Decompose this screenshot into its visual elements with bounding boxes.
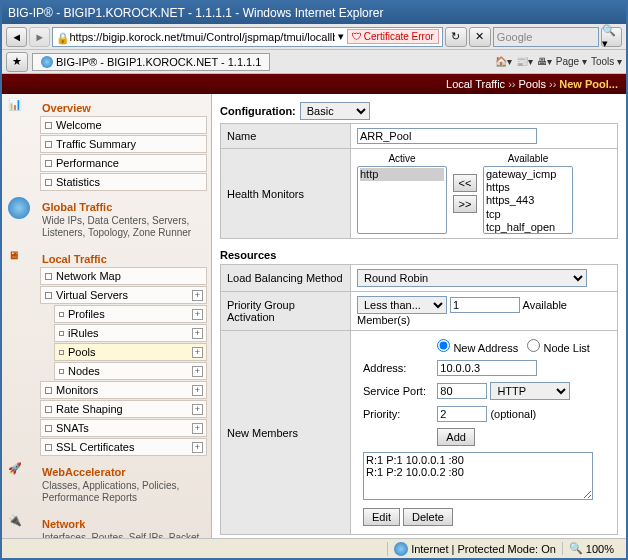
browser-statusbar: Internet | Protected Mode: On 🔍 100% (2, 538, 626, 558)
window-title: BIG-IP® - BIGIP1.KOROCK.NET - 1.1.1.1 - … (8, 6, 383, 20)
panel-header-network[interactable]: 🔌 Network (4, 514, 207, 532)
zoom-control[interactable]: 🔍 100% (562, 542, 620, 555)
active-header: Active (357, 153, 447, 164)
expand-icon[interactable]: + (192, 385, 203, 396)
favorites-button[interactable]: ★ (6, 52, 28, 72)
lb-method-label: Load Balancing Method (221, 265, 351, 292)
tools-menu[interactable]: Tools ▾ (591, 56, 622, 67)
panel-header-global[interactable]: Global Traffic (4, 197, 207, 215)
edit-button[interactable]: Edit (363, 508, 400, 526)
window-titlebar: BIG-IP® - BIGIP1.KOROCK.NET - 1.1.1.1 - … (2, 2, 626, 24)
expand-icon[interactable]: + (192, 347, 203, 358)
expand-icon[interactable]: + (192, 309, 203, 320)
active-monitors-list[interactable]: http (357, 166, 447, 234)
panel-header-local[interactable]: 🖥 Local Traffic (4, 249, 207, 267)
search-go-button[interactable]: 🔍▾ (601, 27, 622, 47)
lb-method-select[interactable]: Round Robin (357, 269, 587, 287)
add-button[interactable]: Add (437, 428, 475, 446)
delete-button[interactable]: Delete (403, 508, 453, 526)
sidebar-item-welcome[interactable]: Welcome (40, 116, 207, 134)
expand-icon[interactable]: + (192, 328, 203, 339)
available-monitors-list[interactable]: gateway_icmphttpshttps_443tcptcp_half_op… (483, 166, 573, 234)
name-input[interactable] (357, 128, 537, 144)
content-area: Configuration: Basic Name Health Monitor… (212, 94, 626, 538)
sidebar-item-snats[interactable]: SNATs+ (40, 419, 207, 437)
config-table: Name Health Monitors Active http << >> (220, 123, 618, 239)
crumb-sep: ›› (549, 78, 556, 90)
browser-tabbar: ★ BIG-IP® - BIGIP1.KOROCK.NET - 1.1.1.1 … (2, 50, 626, 74)
sidebar-item-pools[interactable]: Pools+ (54, 343, 207, 361)
page-menu[interactable]: Page ▾ (556, 56, 587, 67)
new-address-radio[interactable]: New Address (437, 342, 518, 354)
move-right-button[interactable]: >> (453, 195, 477, 213)
resources-heading: Resources (220, 249, 618, 261)
configuration-label: Configuration: (220, 105, 296, 117)
panel-header-webaccelerator[interactable]: 🚀 WebAccelerator (4, 462, 207, 480)
certificate-error-badge[interactable]: 🛡 Certificate Error (347, 29, 439, 44)
sidebar-item-rate-shaping[interactable]: Rate Shaping+ (40, 400, 207, 418)
sidebar-item-ssl-certificates[interactable]: SSL Certificates+ (40, 438, 207, 456)
sidebar-item-nodes[interactable]: Nodes+ (54, 362, 207, 380)
overview-icon: 📊 (8, 98, 36, 122)
sidebar-item-network-map[interactable]: Network Map (40, 267, 207, 285)
browser-tab[interactable]: BIG-IP® - BIGIP1.KOROCK.NET - 1.1.1.1 (32, 53, 270, 71)
crumb-sep: ›› (508, 78, 515, 90)
home-menu[interactable]: 🏠▾ (495, 56, 512, 67)
sidebar-item-irules[interactable]: iRules+ (54, 324, 207, 342)
crumb-page[interactable]: Pools (518, 78, 546, 90)
print-menu[interactable]: 🖶▾ (537, 56, 552, 67)
new-members-label: New Members (221, 331, 351, 535)
back-button[interactable]: ◄ (6, 27, 27, 47)
priority-optional-label: (optional) (490, 408, 536, 420)
sidebar-item-monitors[interactable]: Monitors+ (40, 381, 207, 399)
address-label: Address: (359, 358, 431, 378)
priority-label: Priority: (359, 404, 431, 424)
expand-icon[interactable]: + (192, 423, 203, 434)
panel-global: Global Traffic Wide IPs, Data Centers, S… (4, 197, 207, 243)
address-input[interactable] (437, 360, 537, 376)
priority-group-label: Priority Group Activation (221, 292, 351, 331)
dropdown-icon[interactable]: ▾ (338, 30, 344, 43)
service-port-input[interactable] (437, 383, 487, 399)
search-box[interactable]: Google (493, 27, 599, 47)
name-label: Name (221, 124, 351, 149)
sidebar-item-performance[interactable]: Performance (40, 154, 207, 172)
forward-button[interactable]: ► (29, 27, 50, 47)
globe-icon (8, 197, 36, 221)
tab-title: BIG-IP® - BIGIP1.KOROCK.NET - 1.1.1.1 (56, 56, 261, 68)
expand-icon[interactable]: + (192, 366, 203, 377)
move-left-button[interactable]: << (453, 174, 477, 192)
panel-header-overview[interactable]: 📊 Overview (4, 98, 207, 116)
expand-icon[interactable]: + (192, 442, 203, 453)
service-port-label: Service Port: (359, 380, 431, 402)
globe-icon (394, 542, 408, 556)
priority-input[interactable] (437, 406, 487, 422)
url-input[interactable]: 🔒 https://bigip.korock.net/tmui/Control/… (52, 27, 442, 47)
sidebar-item-profiles[interactable]: Profiles+ (54, 305, 207, 323)
refresh-button[interactable]: ↻ (445, 27, 467, 47)
priority-group-mode-select[interactable]: Less than... (357, 296, 447, 314)
configuration-select[interactable]: Basic (300, 102, 370, 120)
stop-button[interactable]: ✕ (469, 27, 491, 47)
sidebar: 📊 Overview Welcome Traffic Summary Perfo… (2, 94, 212, 538)
ie-toolbar: 🏠▾ 📰▾ 🖶▾ Page ▾ Tools ▾ (495, 56, 622, 67)
security-zone[interactable]: Internet | Protected Mode: On (387, 542, 562, 556)
sidebar-item-virtual-servers[interactable]: Virtual Servers+ (40, 286, 207, 304)
shield-icon: 🛡 (352, 31, 362, 42)
expand-icon[interactable]: + (192, 404, 203, 415)
expand-icon[interactable]: + (192, 290, 203, 301)
priority-group-count-input[interactable] (450, 297, 520, 313)
app-breadcrumb-bar: Local Traffic ›› Pools ›› New Pool... (2, 74, 626, 94)
browser-navbar: ◄ ► 🔒 https://bigip.korock.net/tmui/Cont… (2, 24, 626, 50)
service-port-proto-select[interactable]: HTTP (490, 382, 570, 400)
panel-overview: 📊 Overview Welcome Traffic Summary Perfo… (4, 98, 207, 191)
feeds-menu[interactable]: 📰▾ (516, 56, 533, 67)
node-list-radio[interactable]: Node List (527, 342, 590, 354)
sidebar-item-traffic-summary[interactable]: Traffic Summary (40, 135, 207, 153)
favicon-icon (41, 56, 53, 68)
members-listbox[interactable]: R:1 P:1 10.0.0.1 :80 R:1 P:2 10.0.0.2 :8… (363, 452, 593, 500)
panel-local: 🖥 Local Traffic Network Map Virtual Serv… (4, 249, 207, 456)
crumb-section[interactable]: Local Traffic (446, 78, 505, 90)
zoom-icon: 🔍 (569, 542, 583, 555)
sidebar-item-statistics[interactable]: Statistics (40, 173, 207, 191)
